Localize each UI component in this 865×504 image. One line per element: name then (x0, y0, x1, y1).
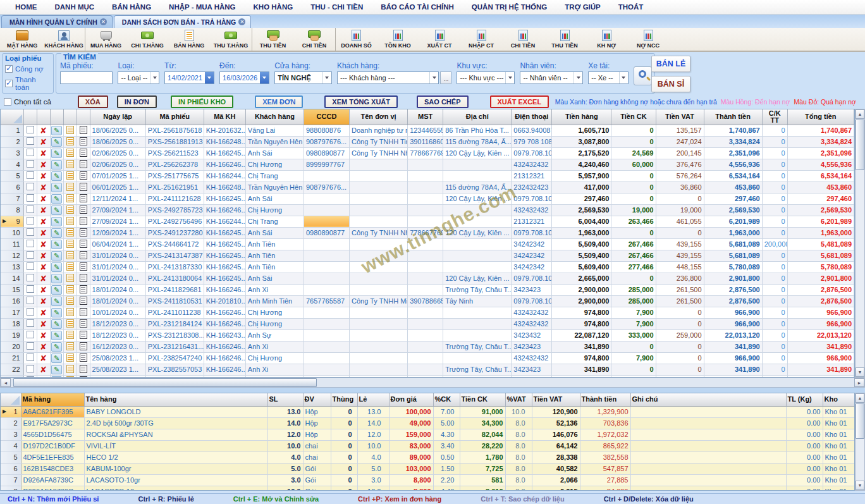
discount-cell[interactable]: 277,466 (611, 261, 656, 273)
cccd-cell[interactable] (304, 250, 349, 261)
vat-cell[interactable]: 261,500 (656, 295, 704, 307)
row-number-cell[interactable]: ▶1 (1, 406, 21, 417)
discount-pct-cell[interactable]: 1.50 (433, 463, 460, 474)
warehouse-cell[interactable]: Kho 01 (823, 486, 855, 491)
row-checkbox-cell[interactable] (23, 227, 37, 238)
row-number-cell[interactable]: 4 (1, 440, 21, 452)
grand-total-cell[interactable]: 5,780,089 (787, 261, 854, 273)
customer-code-cell[interactable]: KH-166245... (204, 227, 245, 238)
weight-cell[interactable]: 0.00 (786, 429, 823, 440)
discount-cell[interactable]: 0 (611, 364, 656, 375)
box-cell[interactable]: 0 (331, 463, 357, 474)
edit-cell[interactable]: ✎ (50, 284, 63, 295)
subtotal-cell[interactable]: 2,876,500 (704, 295, 762, 307)
list-icon[interactable] (80, 262, 87, 271)
list-icon[interactable] (80, 171, 87, 180)
subtotal-cell[interactable]: 1,740,867 (704, 125, 762, 136)
address-cell[interactable]: 120 Cậy Lậy, Kiên ... (443, 147, 512, 159)
detail-cell[interactable] (77, 147, 90, 159)
cccd-cell[interactable] (304, 273, 349, 284)
column-header[interactable]: Thành tiền (704, 109, 762, 125)
discount-amount-cell[interactable]: 34,300 (460, 417, 505, 429)
goods-amount-cell[interactable]: 5,509,400 (552, 238, 611, 250)
scrollbar-thumb[interactable] (13, 378, 317, 387)
delete-icon[interactable]: ✘ (40, 171, 47, 181)
subtotal-cell[interactable]: 2,876,500 (704, 284, 762, 295)
unit-price-cell[interactable]: 49,000 (389, 417, 433, 429)
tax-code-cell[interactable] (408, 341, 443, 352)
chevron-down-icon[interactable] (322, 72, 331, 83)
discount-cell[interactable]: 0 (611, 136, 656, 147)
subtotal-cell[interactable]: 341,890 (704, 341, 762, 352)
retail-button[interactable]: BÁN LẺ (651, 56, 690, 72)
vat-cell[interactable]: 448,155 (656, 261, 704, 273)
line-total-cell[interactable]: 27,885 (580, 474, 630, 486)
delete-cell[interactable]: ✘ (37, 273, 50, 284)
receipt-code-cell[interactable]: PXL-2312184124 (145, 318, 204, 329)
table-row[interactable]: 7 ✘ ✎ 12/11/2024 1... PXL-2411121628 KH-… (1, 193, 854, 204)
column-header[interactable]: Điện thoại (512, 109, 552, 125)
wholesale-button[interactable]: BÁN SỈ (651, 76, 690, 92)
goods-amount-cell[interactable]: 5,957,900 (552, 170, 611, 181)
customer-name-cell[interactable]: Chị Hương (245, 307, 304, 318)
row-checkbox[interactable] (27, 217, 34, 224)
note-cell[interactable] (63, 261, 77, 273)
phone-cell[interactable]: 0979.708.108 (512, 147, 552, 159)
cccd-cell[interactable]: 908797676... (304, 136, 349, 147)
table-row[interactable]: 2 ✘ ✎ 18/06/2025 0... PXS-2561881913 KH-… (1, 136, 854, 147)
grand-total-cell[interactable]: 453,860 (787, 181, 854, 193)
date-cell[interactable]: 18/06/2025 0... (90, 125, 145, 136)
row-checkbox-cell[interactable] (23, 170, 37, 181)
grand-total-cell[interactable]: 2,901,800 (787, 273, 854, 284)
subtotal-cell[interactable]: 22,013,120 (704, 329, 762, 341)
warehouse-cell[interactable]: Kho 01 (823, 474, 855, 486)
list-icon[interactable] (80, 274, 87, 282)
subtotal-cell[interactable]: 5,681,089 (704, 250, 762, 261)
payment-discount-cell[interactable]: 0 (762, 284, 787, 295)
date-cell[interactable]: 06/04/2024 1... (90, 238, 145, 250)
receipt-code-cell[interactable]: PXS-244664172 (145, 238, 204, 250)
detail-cell[interactable] (77, 204, 90, 216)
note-icon[interactable] (66, 126, 74, 134)
phone-cell[interactable]: 0979.708.108 (512, 227, 552, 238)
unit-price-cell[interactable]: 89,000 (389, 452, 433, 463)
edit-cell[interactable]: ✎ (50, 159, 63, 170)
note-cell[interactable] (630, 417, 786, 429)
column-header[interactable]: Kho (823, 393, 855, 406)
quantity-cell[interactable]: 12.0 (267, 429, 303, 440)
customer-name-cell[interactable]: Chị Trang (245, 170, 304, 181)
vat-cell[interactable]: 0 (656, 318, 704, 329)
subtotal-cell[interactable]: 453,860 (704, 181, 762, 193)
subtotal-cell[interactable]: 5,780,089 (704, 261, 762, 273)
unit-price-cell[interactable]: 8,800 (389, 474, 433, 486)
menu-item[interactable]: DANH MỤC (44, 0, 101, 15)
column-header[interactable]: Đơn giá (389, 393, 433, 406)
row-checkbox[interactable] (27, 240, 34, 247)
row-checkbox[interactable] (27, 183, 34, 190)
subtotal-cell[interactable]: 966,900 (704, 307, 762, 318)
loose-cell[interactable]: 10.0 (357, 440, 389, 452)
action-button[interactable]: XÓA (78, 95, 108, 108)
weight-cell[interactable]: 0.00 (786, 463, 823, 474)
list-icon[interactable] (80, 331, 87, 339)
goods-amount-cell[interactable]: 4,240,460 (552, 159, 611, 170)
chevron-down-icon[interactable] (429, 72, 438, 83)
vat-pct-cell[interactable]: 8.0 (505, 429, 532, 440)
receipt-code-cell[interactable]: PXL-2411829681 (145, 284, 204, 295)
vat-amount-cell[interactable]: 40,582 (532, 463, 580, 474)
region-select[interactable]: --- Khu vực --- (457, 71, 515, 84)
note-icon[interactable] (66, 308, 74, 316)
grand-total-cell[interactable]: 1,963,000 (787, 227, 854, 238)
note-icon[interactable] (66, 319, 74, 328)
note-cell[interactable] (63, 284, 77, 295)
delete-icon[interactable]: ✘ (40, 126, 47, 135)
date-cell[interactable]: 18/01/2024 0... (90, 295, 145, 307)
receipt-code-cell[interactable]: PXL-2411011238 (145, 307, 204, 318)
cccd-cell[interactable] (304, 284, 349, 295)
delete-icon[interactable]: ✘ (40, 183, 47, 192)
subtotal-cell[interactable]: 2,901,800 (704, 273, 762, 284)
box-cell[interactable]: 0 (331, 474, 357, 486)
vat-pct-cell[interactable]: 8.0 (505, 417, 532, 429)
discount-amount-cell[interactable]: 28,220 (460, 440, 505, 452)
company-cell[interactable] (350, 364, 408, 375)
